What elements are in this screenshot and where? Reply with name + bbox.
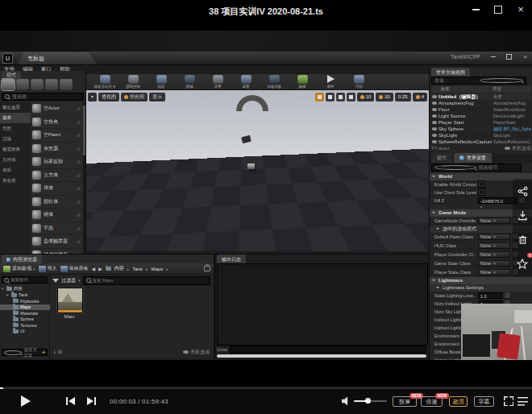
cmd-input[interactable]: [230, 346, 426, 354]
play-button-editor[interactable]: 播放: [318, 75, 343, 89]
subtitle-button[interactable]: 字幕: [474, 396, 494, 407]
tree-item-materials[interactable]: Materials: [0, 310, 50, 317]
outliner-row[interactable]: AtmosphericFogAtmosphericFog: [431, 100, 531, 106]
asset-search-input[interactable]: 搜索 Maps: [83, 276, 210, 285]
view-options-button[interactable]: 查看选项: [183, 349, 210, 356]
editor-maximize-icon[interactable]: [505, 53, 513, 60]
tree-item-ui[interactable]: UI: [0, 329, 50, 335]
details-search-input[interactable]: 搜索细节: [431, 164, 522, 172]
geometry-mode-icon[interactable]: [60, 79, 73, 90]
outliner-row[interactable]: FloorStaticMeshActor: [431, 106, 531, 113]
close-icon[interactable]: ×: [516, 5, 526, 14]
view-mode-button[interactable]: 带光照: [121, 93, 148, 101]
select-tool-icon[interactable]: [315, 93, 324, 101]
placeable-box-trigger[interactable]: 盒体触发器⊕: [31, 235, 82, 249]
visibility-eye-icon[interactable]: [432, 134, 437, 137]
launch-button[interactable]: 启动: [347, 75, 371, 89]
drag-handle-icon[interactable]: ⊕: [77, 238, 81, 244]
play-icon[interactable]: [21, 395, 31, 407]
outliner-row[interactable]: Player StartPlayerStart: [431, 119, 531, 126]
forward-icon[interactable]: ▶: [98, 266, 102, 271]
place-mode-icon[interactable]: [2, 79, 15, 90]
drag-handle-icon[interactable]: ⊕: [77, 159, 81, 164]
cast-button[interactable]: 投屏NEW: [393, 396, 417, 407]
output-log-scrollbar[interactable]: [217, 354, 426, 358]
save-all-button[interactable]: 保存所有: [60, 265, 89, 272]
foliage-mode-icon[interactable]: [45, 79, 58, 90]
quality-button[interactable]: 超清: [449, 396, 468, 407]
placeable-point-light[interactable]: 点光源⊕: [31, 143, 82, 156]
rotation-snap-toggle[interactable]: 10: [376, 93, 393, 101]
breadcrumb-tank[interactable]: Tank: [132, 267, 143, 271]
category-all-classes[interactable]: 所有类: [0, 176, 31, 186]
volume-icon[interactable]: [342, 396, 351, 406]
cinematics-button[interactable]: 过场动画: [262, 75, 286, 89]
filters-button[interactable]: 过滤器: [61, 277, 76, 284]
drag-handle-icon[interactable]: ⊕: [77, 132, 81, 138]
outliner-row[interactable]: Sky Sphere编辑 BP_Sky_Sphere: [431, 126, 531, 132]
placeable-sphere[interactable]: 球体⊕: [31, 182, 82, 196]
outliner-row[interactable]: SkyLightSkyLight: [431, 132, 531, 139]
perspective-button[interactable]: 透视图: [98, 93, 119, 101]
tree-item-flipbooks[interactable]: Flipbooks: [0, 298, 50, 304]
placeable-cylinder[interactable]: 圆柱体⊕: [31, 196, 82, 209]
visibility-eye-icon[interactable]: [432, 108, 437, 111]
editor-close-icon[interactable]: ×: [522, 53, 529, 60]
visibility-eye-icon[interactable]: [432, 95, 437, 98]
section-lightmass[interactable]: Lightmass: [430, 277, 532, 284]
category-lights[interactable]: 光照: [0, 123, 31, 134]
add-collection-icon[interactable]: +: [42, 350, 45, 355]
save-button[interactable]: 保存当前关卡: [93, 75, 117, 89]
placeable-empty-actor[interactable]: 空Actor⊕: [31, 102, 82, 116]
placeable-empty-pawn[interactable]: 空Pawn⊕: [31, 129, 82, 143]
source-control-button[interactable]: 源码控制: [121, 75, 145, 89]
drag-handle-icon[interactable]: ⊕: [77, 119, 81, 125]
landscape-mode-icon[interactable]: [31, 79, 44, 90]
tree-item-content[interactable]: ▾内容: [0, 286, 50, 292]
viewport-options-button[interactable]: ▾: [88, 93, 97, 101]
player-state-dropdown[interactable]: None▾: [478, 269, 510, 275]
visibility-eye-icon[interactable]: [432, 114, 437, 118]
checkbox[interactable]: [478, 188, 485, 196]
fullscreen-icon[interactable]: [504, 396, 513, 406]
level-viewport[interactable]: Untitled（持久性） ▾ 透视图 带光照 显示 10 10 0.25 4: [86, 90, 429, 251]
volume-knob[interactable]: [365, 398, 371, 404]
visibility-eye-icon[interactable]: [432, 121, 437, 124]
build-button[interactable]: 构建: [290, 75, 314, 89]
delete-icon[interactable]: [517, 234, 528, 245]
gamemode-override-dropdown[interactable]: None▾: [478, 217, 510, 224]
section-lightmass-settings[interactable]: Lightmass Settings: [430, 284, 532, 292]
collections-search-input[interactable]: 搜索资源集+: [2, 349, 48, 356]
visibility-eye-icon[interactable]: [432, 101, 437, 105]
maximize-icon[interactable]: [493, 5, 503, 14]
next-icon[interactable]: [87, 397, 96, 405]
camera-speed-button[interactable]: 4: [413, 93, 427, 101]
favorite-button[interactable]: N: [517, 259, 528, 269]
edit-blueprint-link[interactable]: 编辑 BP_Sky_Sphere: [493, 126, 531, 132]
category-volumes[interactable]: 体积: [0, 165, 31, 176]
drag-handle-icon[interactable]: ⊕: [77, 199, 81, 205]
share-icon[interactable]: [517, 186, 528, 197]
game-state-dropdown[interactable]: None▾: [478, 260, 510, 267]
reset-icon[interactable]: [504, 292, 511, 299]
minimize-icon[interactable]: [471, 5, 480, 14]
placeable-cube[interactable]: 立方体⊕: [31, 169, 82, 183]
level-tab[interactable]: 无标题: [18, 52, 97, 64]
seek-bar[interactable]: [0, 387, 532, 389]
blueprints-button[interactable]: 蓝图: [234, 75, 258, 89]
floor-mesh[interactable]: [247, 164, 255, 169]
placeable-empty-character[interactable]: 空角色⊕: [31, 116, 82, 130]
editor-minimize-icon[interactable]: [489, 53, 497, 60]
category-recent[interactable]: 最近放置: [0, 102, 31, 113]
falling-mesh[interactable]: [241, 135, 251, 143]
asset-thumbnail-main[interactable]: [57, 288, 83, 313]
modes-scrollbar[interactable]: [83, 102, 85, 254]
download-icon[interactable]: [517, 210, 528, 221]
drag-handle-icon[interactable]: ⊕: [77, 146, 81, 151]
tab-details[interactable]: 细节: [431, 153, 452, 163]
drag-handle-icon[interactable]: ⊕: [77, 185, 81, 191]
path-search-input[interactable]: 搜索路径: [2, 276, 48, 284]
content-button[interactable]: 内容: [149, 75, 173, 89]
paint-mode-icon[interactable]: [16, 79, 29, 90]
hud-class-dropdown[interactable]: None▾: [478, 242, 510, 249]
